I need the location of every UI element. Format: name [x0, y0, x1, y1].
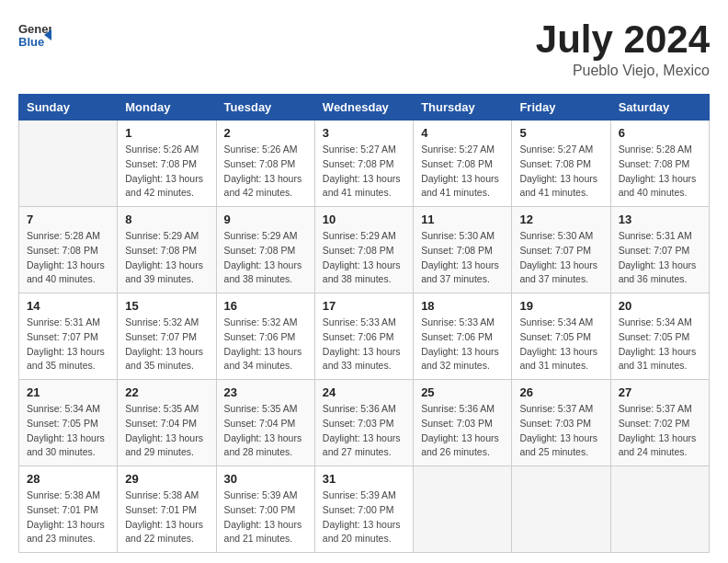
day-number: 19: [519, 299, 602, 313]
day-info: Sunrise: 5:39 AMSunset: 7:00 PMDaylight:…: [323, 488, 405, 546]
day-number: 20: [619, 299, 701, 313]
calendar-cell: 29Sunrise: 5:38 AMSunset: 7:01 PMDayligh…: [118, 466, 216, 553]
calendar-cell: 28Sunrise: 5:38 AMSunset: 7:01 PMDayligh…: [19, 466, 118, 553]
calendar-cell: 1Sunrise: 5:26 AMSunset: 7:08 PMDaylight…: [118, 121, 216, 207]
day-number: 12: [519, 213, 602, 226]
day-info: Sunrise: 5:32 AMSunset: 7:07 PMDaylight:…: [125, 316, 208, 373]
calendar-cell: 3Sunrise: 5:27 AMSunset: 7:08 PMDaylight…: [314, 121, 413, 207]
calendar-cell: 13Sunrise: 5:31 AMSunset: 7:07 PMDayligh…: [610, 207, 709, 293]
day-number: 22: [125, 385, 208, 399]
header-friday: Friday: [512, 95, 610, 121]
calendar-cell: 10Sunrise: 5:29 AMSunset: 7:08 PMDayligh…: [314, 207, 413, 293]
day-info: Sunrise: 5:28 AMSunset: 7:08 PMDaylight:…: [619, 143, 701, 201]
day-info: Sunrise: 5:30 AMSunset: 7:08 PMDaylight:…: [421, 229, 504, 287]
calendar-week-3: 14Sunrise: 5:31 AMSunset: 7:07 PMDayligh…: [19, 293, 710, 380]
day-number: 14: [27, 299, 109, 313]
calendar-cell: 31Sunrise: 5:39 AMSunset: 7:00 PMDayligh…: [314, 466, 413, 553]
day-info: Sunrise: 5:29 AMSunset: 7:08 PMDaylight:…: [323, 229, 405, 287]
calendar-cell: 19Sunrise: 5:34 AMSunset: 7:05 PMDayligh…: [512, 293, 610, 380]
calendar-week-5: 28Sunrise: 5:38 AMSunset: 7:01 PMDayligh…: [19, 466, 710, 553]
calendar-cell: 21Sunrise: 5:34 AMSunset: 7:05 PMDayligh…: [19, 380, 118, 466]
day-number: 5: [519, 126, 602, 140]
calendar-cell: 12Sunrise: 5:30 AMSunset: 7:07 PMDayligh…: [512, 207, 610, 293]
title-area: July 2024 Pueblo Viejo, Mexico: [536, 18, 710, 79]
calendar-week-1: 1Sunrise: 5:26 AMSunset: 7:08 PMDaylight…: [19, 121, 710, 207]
month-year-title: July 2024: [536, 18, 710, 61]
calendar-header-row: SundayMondayTuesdayWednesdayThursdayFrid…: [19, 95, 710, 121]
calendar-cell: 2Sunrise: 5:26 AMSunset: 7:08 PMDaylight…: [216, 121, 314, 207]
day-info: Sunrise: 5:35 AMSunset: 7:04 PMDaylight:…: [224, 402, 307, 460]
day-info: Sunrise: 5:34 AMSunset: 7:05 PMDaylight:…: [27, 402, 109, 460]
day-info: Sunrise: 5:37 AMSunset: 7:02 PMDaylight:…: [619, 402, 701, 460]
calendar-cell: 15Sunrise: 5:32 AMSunset: 7:07 PMDayligh…: [118, 293, 216, 380]
day-info: Sunrise: 5:38 AMSunset: 7:01 PMDaylight:…: [27, 488, 109, 546]
day-info: Sunrise: 5:34 AMSunset: 7:05 PMDaylight:…: [619, 316, 701, 373]
calendar-cell: 24Sunrise: 5:36 AMSunset: 7:03 PMDayligh…: [314, 380, 413, 466]
day-number: 6: [619, 126, 701, 140]
calendar-cell: [512, 466, 610, 553]
location-subtitle: Pueblo Viejo, Mexico: [536, 63, 710, 79]
day-info: Sunrise: 5:27 AMSunset: 7:08 PMDaylight:…: [421, 143, 504, 201]
day-info: Sunrise: 5:36 AMSunset: 7:03 PMDaylight:…: [421, 402, 504, 460]
day-number: 21: [27, 385, 109, 399]
day-info: Sunrise: 5:32 AMSunset: 7:06 PMDaylight:…: [224, 316, 307, 373]
day-info: Sunrise: 5:33 AMSunset: 7:06 PMDaylight:…: [421, 316, 504, 373]
day-number: 4: [421, 126, 504, 140]
day-number: 17: [323, 299, 405, 313]
day-info: Sunrise: 5:26 AMSunset: 7:08 PMDaylight:…: [224, 143, 307, 201]
header-tuesday: Tuesday: [216, 95, 314, 121]
calendar-cell: 4Sunrise: 5:27 AMSunset: 7:08 PMDaylight…: [414, 121, 512, 207]
day-info: Sunrise: 5:29 AMSunset: 7:08 PMDaylight:…: [224, 229, 307, 287]
calendar-cell: 5Sunrise: 5:27 AMSunset: 7:08 PMDaylight…: [512, 121, 610, 207]
day-info: Sunrise: 5:33 AMSunset: 7:06 PMDaylight:…: [323, 316, 405, 373]
calendar-cell: 7Sunrise: 5:28 AMSunset: 7:08 PMDaylight…: [19, 207, 118, 293]
svg-text:Blue: Blue: [18, 35, 44, 49]
day-info: Sunrise: 5:37 AMSunset: 7:03 PMDaylight:…: [519, 402, 602, 460]
header-thursday: Thursday: [414, 95, 512, 121]
header-monday: Monday: [118, 95, 216, 121]
calendar-cell: [414, 466, 512, 553]
calendar-cell: 6Sunrise: 5:28 AMSunset: 7:08 PMDaylight…: [610, 121, 709, 207]
day-number: 28: [27, 472, 109, 486]
day-info: Sunrise: 5:36 AMSunset: 7:03 PMDaylight:…: [323, 402, 405, 460]
calendar-cell: 9Sunrise: 5:29 AMSunset: 7:08 PMDaylight…: [216, 207, 314, 293]
day-number: 24: [323, 385, 405, 399]
day-info: Sunrise: 5:27 AMSunset: 7:08 PMDaylight:…: [519, 143, 602, 201]
calendar-cell: 18Sunrise: 5:33 AMSunset: 7:06 PMDayligh…: [414, 293, 512, 380]
day-number: 18: [421, 299, 504, 313]
page-header: General Blue July 2024 Pueblo Viejo, Mex…: [18, 18, 710, 79]
day-number: 11: [421, 213, 504, 226]
day-info: Sunrise: 5:39 AMSunset: 7:00 PMDaylight:…: [224, 488, 307, 546]
header-sunday: Sunday: [19, 95, 118, 121]
day-number: 30: [224, 472, 307, 486]
day-info: Sunrise: 5:31 AMSunset: 7:07 PMDaylight:…: [619, 229, 701, 287]
day-number: 3: [323, 126, 405, 140]
calendar-cell: 17Sunrise: 5:33 AMSunset: 7:06 PMDayligh…: [314, 293, 413, 380]
logo-graphic: General Blue: [18, 18, 51, 55]
day-number: 25: [421, 385, 504, 399]
calendar-cell: 30Sunrise: 5:39 AMSunset: 7:00 PMDayligh…: [216, 466, 314, 553]
day-info: Sunrise: 5:28 AMSunset: 7:08 PMDaylight:…: [27, 229, 109, 287]
calendar-cell: 23Sunrise: 5:35 AMSunset: 7:04 PMDayligh…: [216, 380, 314, 466]
day-number: 31: [323, 472, 405, 486]
day-number: 1: [125, 126, 208, 140]
day-info: Sunrise: 5:26 AMSunset: 7:08 PMDaylight:…: [125, 143, 208, 201]
day-info: Sunrise: 5:35 AMSunset: 7:04 PMDaylight:…: [125, 402, 208, 460]
calendar-cell: [610, 466, 709, 553]
calendar-week-4: 21Sunrise: 5:34 AMSunset: 7:05 PMDayligh…: [19, 380, 710, 466]
day-number: 2: [224, 126, 307, 140]
calendar-cell: 14Sunrise: 5:31 AMSunset: 7:07 PMDayligh…: [19, 293, 118, 380]
day-info: Sunrise: 5:27 AMSunset: 7:08 PMDaylight:…: [323, 143, 405, 201]
day-number: 7: [27, 213, 109, 226]
calendar-table: SundayMondayTuesdayWednesdayThursdayFrid…: [18, 94, 710, 553]
day-info: Sunrise: 5:34 AMSunset: 7:05 PMDaylight:…: [519, 316, 602, 373]
day-number: 8: [125, 213, 208, 226]
day-info: Sunrise: 5:30 AMSunset: 7:07 PMDaylight:…: [519, 229, 602, 287]
day-number: 29: [125, 472, 208, 486]
logo: General Blue: [18, 18, 51, 55]
day-number: 27: [619, 385, 701, 399]
day-info: Sunrise: 5:38 AMSunset: 7:01 PMDaylight:…: [125, 488, 208, 546]
day-number: 23: [224, 385, 307, 399]
day-number: 15: [125, 299, 208, 313]
calendar-cell: 20Sunrise: 5:34 AMSunset: 7:05 PMDayligh…: [610, 293, 709, 380]
